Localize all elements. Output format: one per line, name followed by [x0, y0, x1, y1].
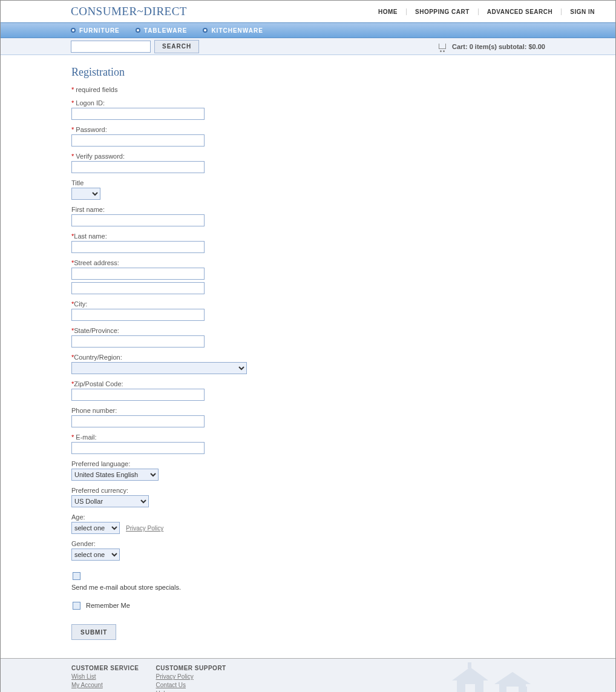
lang-select[interactable]: United States English [71, 469, 159, 481]
svg-rect-3 [521, 687, 527, 692]
cat-label: TABLEWARE [144, 27, 188, 34]
street-label: *Street address: [71, 259, 615, 266]
last-input[interactable] [71, 241, 205, 253]
phone-label: Phone number: [71, 407, 615, 414]
state-input[interactable] [71, 335, 205, 348]
bullet-icon [136, 28, 140, 33]
footer-help[interactable]: Help [156, 690, 226, 692]
nav-advanced-search[interactable]: ADVANCED SEARCH [478, 8, 561, 15]
privacy-link[interactable]: Privacy Policy [126, 525, 163, 532]
city-label: *City: [71, 300, 615, 308]
svg-marker-0 [452, 667, 488, 692]
age-label: Age: [71, 513, 615, 521]
cat-kitchenware[interactable]: KITCHENWARE [203, 27, 263, 34]
remember-checkbox[interactable] [73, 602, 80, 610]
search-input[interactable] [71, 41, 151, 53]
cart-icon [437, 42, 447, 51]
verify-label: * Verify password: [71, 153, 615, 160]
svg-rect-1 [468, 662, 471, 668]
street-input-1[interactable] [71, 268, 205, 280]
logo: CONSUMER~DIRECT [1, 5, 187, 18]
bullet-icon [203, 28, 208, 33]
cart-text: Cart: 0 item(s) subtotal: $0.00 [452, 43, 545, 50]
cart-summary[interactable]: Cart: 0 item(s) subtotal: $0.00 [437, 42, 545, 51]
category-nav: FURNITURE TABLEWARE KITCHENWARE [1, 22, 615, 38]
cat-tableware[interactable]: TABLEWARE [136, 27, 188, 34]
page-title: Registration [71, 66, 615, 79]
gender-label: Gender: [71, 540, 615, 547]
country-label: *Country/Region: [71, 354, 615, 361]
lang-label: Preferred language: [71, 460, 615, 467]
country-select[interactable] [71, 362, 247, 374]
nav-sign-in[interactable]: SIGN IN [561, 8, 603, 15]
gender-select[interactable]: select one [71, 549, 120, 561]
footer-service-header: CUSTOMER SERVICE [71, 665, 139, 671]
password-label: * Password: [71, 126, 615, 133]
email-label: * E-mail: [71, 433, 615, 441]
city-input[interactable] [71, 309, 205, 321]
footer-privacy[interactable]: Privacy Policy [156, 673, 226, 681]
submit-button[interactable]: SUBMIT [71, 624, 116, 640]
footer-support-header: CUSTOMER SUPPORT [156, 665, 226, 671]
title-select[interactable] [71, 188, 100, 200]
search-bar: SEARCH Cart: 0 item(s) subtotal: $0.00 [1, 38, 615, 55]
cat-label: FURNITURE [79, 27, 120, 34]
remember-label: Remember Me [86, 602, 130, 609]
first-input[interactable] [71, 214, 205, 226]
nav-home[interactable]: HOME [370, 8, 406, 15]
email-input[interactable] [71, 442, 205, 454]
title-label: Title [71, 179, 615, 186]
footer-contact[interactable]: Contact Us [156, 681, 226, 690]
specials-label: Send me e-mail about store specials. [71, 584, 181, 591]
cat-furniture[interactable]: FURNITURE [71, 27, 120, 34]
state-label: *State/Province: [71, 327, 615, 334]
currency-select[interactable]: US Dollar [71, 495, 149, 507]
top-nav: HOME SHOPPING CART ADVANCED SEARCH SIGN … [370, 8, 603, 15]
verify-input[interactable] [71, 161, 205, 173]
age-select[interactable]: select one [71, 522, 120, 534]
phone-input[interactable] [71, 415, 205, 427]
currency-label: Preferred currency: [71, 487, 615, 494]
nav-shopping-cart[interactable]: SHOPPING CART [406, 8, 478, 15]
last-label: *Last name: [71, 232, 615, 240]
bullet-icon [71, 28, 76, 33]
zip-label: *Zip/Postal Code: [71, 380, 615, 387]
password-input[interactable] [71, 134, 205, 147]
logon-label: * Logon ID: [71, 99, 615, 107]
cat-label: KITCHENWARE [211, 27, 263, 34]
logon-input[interactable] [71, 108, 205, 120]
required-note: * required fields [71, 86, 615, 93]
zip-input[interactable] [71, 389, 205, 401]
footer-wishlist[interactable]: Wish List [71, 673, 139, 681]
houses-icon [434, 662, 549, 692]
specials-checkbox[interactable] [73, 572, 80, 580]
street-input-2[interactable] [71, 282, 205, 294]
first-label: First name: [71, 206, 615, 213]
footer-myaccount[interactable]: My Account [71, 681, 139, 690]
search-button[interactable]: SEARCH [154, 40, 199, 53]
footer: CUSTOMER SERVICE Wish List My Account CU… [1, 658, 615, 692]
